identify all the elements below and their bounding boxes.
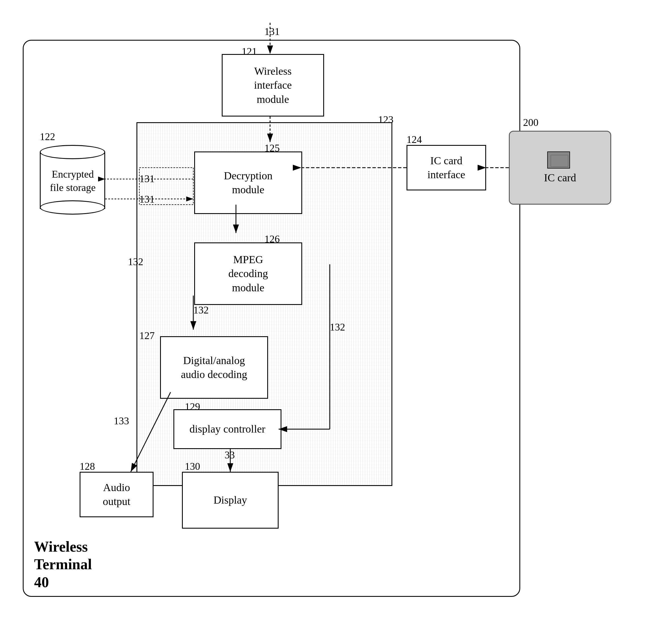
- diagram-container: WirelessTerminal40 Wirelessinterfacemodu…: [17, 17, 636, 625]
- mpeg-box: MPEGdecodingmodule: [194, 242, 302, 305]
- audio-output-box: Audiooutput: [80, 472, 153, 517]
- ref-128: 128: [80, 461, 95, 472]
- display-controller-box: display controller: [173, 409, 282, 449]
- ic-card-interface-box: IC cardinterface: [407, 145, 486, 191]
- decryption-box: Decryptionmodule: [194, 151, 302, 214]
- ref-124: 124: [407, 133, 422, 146]
- display-box: Display: [182, 472, 279, 529]
- ref-131-top: 131: [264, 26, 280, 38]
- encrypted-storage-label: Encryptedfile storage: [40, 168, 105, 194]
- wireless-interface-box: Wirelessinterfacemodule: [222, 54, 324, 117]
- ref-200: 200: [523, 117, 538, 128]
- ref-122: 122: [40, 131, 55, 143]
- ic-card-box: IC card: [509, 131, 611, 205]
- wireless-terminal-label: WirelessTerminal40: [34, 538, 92, 591]
- audio-decode-box: Digital/analogaudio decoding: [160, 336, 268, 399]
- ref-133a: 133: [114, 415, 129, 427]
